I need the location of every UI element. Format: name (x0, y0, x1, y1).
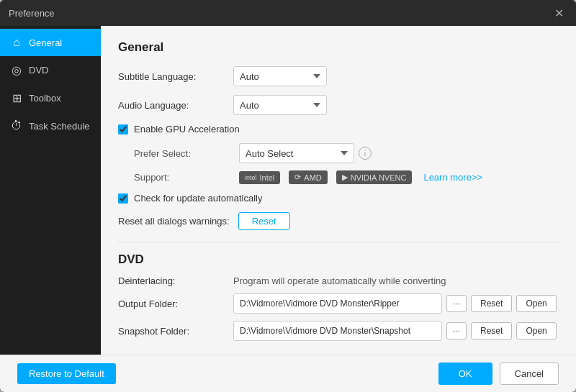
schedule-icon: ⏱ (10, 119, 23, 132)
subtitle-language-select[interactable]: Auto (233, 66, 327, 86)
intel-icon: intel (245, 174, 257, 181)
snapshot-folder-row: Snapshot Folder: ··· Reset Open (118, 321, 559, 341)
reset-dialogs-row: Reset all dialogs warnings: Reset (118, 212, 559, 230)
snapshot-folder-open-button[interactable]: Open (516, 322, 556, 339)
sidebar-item-task-schedule[interactable]: ⏱ Task Schedule (0, 112, 101, 140)
prefer-select-wrap: Auto Select i (239, 143, 372, 163)
amd-label: AMD (304, 173, 321, 182)
output-folder-open-button[interactable]: Open (516, 295, 556, 312)
reset-dialogs-label: Reset all dialogs warnings: (118, 216, 230, 227)
snapshot-folder-path-row: ··· Reset Open (233, 321, 557, 341)
intel-label: Intel (260, 173, 275, 182)
amd-icon: ⟳ (294, 173, 301, 182)
snapshot-folder-label: Snapshot Folder: (118, 326, 233, 337)
output-folder-dots-button[interactable]: ··· (446, 295, 467, 312)
snapshot-folder-input[interactable] (233, 321, 442, 341)
home-icon: ⌂ (10, 36, 23, 49)
check-update-label[interactable]: Check for update automatically (134, 193, 262, 204)
dialog-footer: Restore to Default OK Cancel (0, 355, 576, 392)
reset-dialogs-button[interactable]: Reset (238, 212, 290, 230)
output-folder-input[interactable] (233, 293, 442, 314)
section-divider (118, 242, 559, 242)
sidebar-label-task-schedule: Task Schedule (29, 121, 90, 132)
gpu-checkbox-row: Enable GPU Acceleration (118, 124, 559, 135)
preference-dialog: Preference ✕ ⌂ General ◎ DVD ⊞ Toolbox ⏱… (0, 0, 576, 392)
general-section-title: General (118, 40, 559, 55)
restore-default-button[interactable]: Restore to Default (17, 363, 116, 384)
sidebar-item-toolbox[interactable]: ⊞ Toolbox (0, 84, 101, 112)
snapshot-folder-reset-button[interactable]: Reset (471, 322, 512, 339)
footer-right-buttons: OK Cancel (438, 363, 559, 385)
ok-button[interactable]: OK (438, 363, 492, 385)
intel-chip: intel Intel (239, 171, 280, 184)
dvd-section-title: DVD (118, 252, 559, 267)
nvidia-icon: ▶ (342, 173, 348, 182)
content-area: General Subtitle Language: Auto Audio La… (101, 26, 576, 355)
gpu-section: Enable GPU Acceleration Prefer Select: A… (118, 124, 559, 184)
info-icon[interactable]: i (359, 147, 372, 160)
output-folder-label: Output Folder: (118, 298, 233, 309)
sidebar-label-toolbox: Toolbox (29, 93, 61, 104)
prefer-select-label: Prefer Select: (134, 148, 233, 159)
cancel-button[interactable]: Cancel (500, 363, 559, 385)
check-update-row: Check for update automatically (118, 193, 559, 204)
learn-more-link[interactable]: Learn more>> (423, 172, 482, 183)
deinterlacing-label: Deinterlacing: (118, 275, 233, 286)
titlebar: Preference ✕ (0, 0, 576, 26)
support-row: Support: intel Intel ⟳ AMD ▶ NVIDIA NVEN… (134, 170, 559, 184)
deinterlacing-row: Deinterlacing: Program will operate auto… (118, 275, 559, 286)
subtitle-language-row: Subtitle Language: Auto (118, 66, 559, 86)
gpu-acceleration-checkbox[interactable] (118, 124, 128, 135)
prefer-select-row: Prefer Select: Auto Select i (134, 143, 559, 163)
output-folder-row: Output Folder: ··· Reset Open (118, 293, 559, 314)
sidebar-item-dvd[interactable]: ◎ DVD (0, 56, 101, 84)
prefer-select-dropdown[interactable]: Auto Select (239, 143, 354, 163)
nvidia-chip: ▶ NVIDIA NVENC (336, 170, 413, 184)
close-button[interactable]: ✕ (550, 4, 567, 22)
sidebar-label-dvd: DVD (29, 65, 48, 76)
deinterlacing-desc: Program will operate automatically while… (233, 275, 446, 286)
nvidia-label: NVIDIA NVENC (351, 173, 407, 182)
subtitle-language-label: Subtitle Language: (118, 71, 233, 82)
toolbox-icon: ⊞ (10, 91, 23, 105)
sidebar: ⌂ General ◎ DVD ⊞ Toolbox ⏱ Task Schedul… (0, 26, 101, 355)
audio-language-row: Audio Language: Auto (118, 95, 559, 115)
support-label: Support: (134, 172, 233, 183)
audio-language-label: Audio Language: (118, 100, 233, 111)
audio-language-select[interactable]: Auto (233, 95, 327, 115)
check-update-checkbox[interactable] (118, 193, 128, 204)
output-folder-path-row: ··· Reset Open (233, 293, 557, 314)
dvd-icon: ◎ (10, 63, 23, 77)
gpu-acceleration-label[interactable]: Enable GPU Acceleration (134, 124, 240, 135)
output-folder-reset-button[interactable]: Reset (471, 295, 512, 312)
amd-chip: ⟳ AMD (289, 170, 327, 184)
sidebar-label-general: General (29, 37, 62, 48)
gpu-sub-options: Prefer Select: Auto Select i Support: in… (134, 143, 559, 184)
snapshot-folder-dots-button[interactable]: ··· (446, 322, 467, 339)
dialog-title: Preference (9, 8, 55, 19)
dialog-body: ⌂ General ◎ DVD ⊞ Toolbox ⏱ Task Schedul… (0, 26, 576, 355)
sidebar-item-general[interactable]: ⌂ General (0, 29, 101, 56)
